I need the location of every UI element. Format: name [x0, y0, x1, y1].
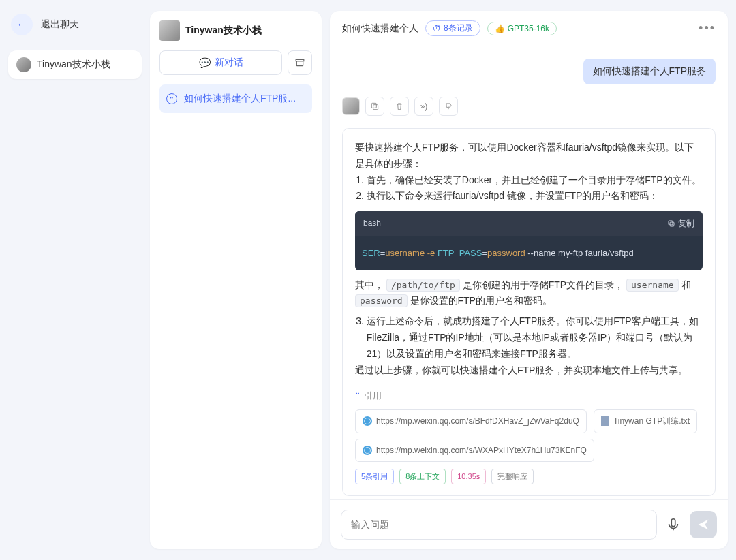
svg-rect-4: [669, 221, 673, 225]
references-label: 引用: [364, 388, 382, 403]
audio-button[interactable]: »): [414, 97, 433, 116]
sound-icon: »): [420, 102, 428, 111]
reference-chip[interactable]: https://mp.weixin.qq.com/s/WXAPxHYteX7h1…: [355, 439, 594, 462]
references-heading: “ 引用: [355, 388, 703, 404]
globe-icon: [363, 446, 372, 455]
exit-chat-row[interactable]: ← 退出聊天: [8, 8, 142, 41]
chat-input[interactable]: [351, 519, 647, 530]
new-chat-row: 💬 新对话: [159, 50, 312, 75]
reference-chip[interactable]: Tinywan GTP训练.txt: [594, 409, 697, 433]
reference-text: https://mp.weixin.qq.com/s/WXAPxHYteX7h1…: [376, 444, 587, 457]
chat-input-bar: [330, 499, 728, 549]
conversation-label: 如何快速搭建个人FTP服...: [184, 93, 296, 105]
code-header: bash 复制: [355, 211, 703, 236]
archive-button[interactable]: [288, 50, 312, 75]
code-copy-button[interactable]: 复制: [667, 217, 694, 230]
answer-meta: 5条引用 8条上下文 10.35s 完整响应: [355, 469, 703, 484]
path-code: /path/to/ftp: [386, 279, 460, 292]
chat-icon: 💬: [199, 57, 211, 68]
chat-title: 如何快速搭建个人: [342, 22, 418, 35]
assistant-avatar: [342, 97, 360, 115]
records-pill[interactable]: ⏱ 8条记录: [425, 20, 480, 36]
back-icon[interactable]: ←: [11, 14, 33, 35]
left-sidebar: ← 退出聊天 Tinywan技术小栈: [0, 0, 150, 560]
answer-steps-cont: 运行上述命令后，就成功搭建了个人FTP服务。你可以使用FTP客户端工具，如Fil…: [355, 313, 703, 362]
reference-chip[interactable]: https://mp.weixin.qq.com/s/BFdfDXHavZ_jZ…: [355, 409, 587, 433]
answer-step-3: 运行上述命令后，就成功搭建了个人FTP服务。你可以使用FTP客户端工具，如Fil…: [367, 313, 703, 362]
globe-icon: [363, 416, 372, 426]
code-body[interactable]: SER=username -e FTP_PASS=password --name…: [355, 236, 703, 270]
meta-status: 完整响应: [491, 469, 534, 484]
code-copy-label: 复制: [678, 217, 694, 230]
delete-button[interactable]: [390, 97, 409, 116]
assistant-message: 要快速搭建个人FTP服务，可以使用Docker容器和fauria/vsftpd镜…: [342, 128, 716, 496]
panel-header: Tinywan技术小栈: [159, 20, 312, 41]
references-row-2: https://mp.weixin.qq.com/s/WXAPxHYteX7h1…: [355, 439, 703, 462]
workspace-item[interactable]: Tinywan技术小栈: [8, 50, 142, 79]
meta-latency: 10.35s: [451, 469, 486, 484]
references-row-1: https://mp.weixin.qq.com/s/BFdfDXHavZ_jZ…: [355, 409, 703, 433]
exit-chat-label: 退出聊天: [41, 18, 79, 31]
svg-rect-2: [371, 103, 376, 108]
svg-rect-3: [670, 222, 674, 226]
reference-text: https://mp.weixin.qq.com/s/BFdfDXHavZ_jZ…: [376, 414, 579, 428]
answer-conclusion: 通过以上步骤，你就可以快速搭建个人FTP服务，并实现本地文件上传与共享。: [355, 362, 703, 379]
svg-rect-1: [373, 105, 378, 110]
svg-rect-0: [296, 61, 303, 66]
chat-bubble-icon: [166, 93, 177, 104]
code-block: bash 复制 SER=username -e FTP_PASS=passwor…: [355, 211, 703, 270]
password-code: password: [355, 294, 408, 307]
quote-icon: “: [355, 388, 360, 404]
answer-step-2: 执行以下命令来运行fauria/vsftpd 镜像，并设置FTP的用户名和密码：: [367, 188, 703, 204]
message-actions: »): [342, 97, 716, 116]
file-icon: [601, 416, 609, 426]
panel-title: Tinywan技术小栈: [185, 25, 262, 37]
panel-avatar: [159, 20, 180, 41]
mic-button[interactable]: [664, 515, 683, 534]
clock-icon: ⏱: [433, 24, 441, 33]
answer-step-1: 首先，确保已经安装了Docker，并且已经创建了一个目录用于存储FTP的文件。: [367, 172, 703, 189]
chat-header: 如何快速搭建个人 ⏱ 8条记录 👍 GPT35-16k •••: [330, 11, 728, 46]
chat-body: 如何快速搭建个人FTP服务 ») 要快速搭建个人FTP服务，可以使用Docker…: [330, 46, 728, 499]
send-button[interactable]: [690, 511, 717, 538]
answer-steps: 首先，确保已经安装了Docker，并且已经创建了一个目录用于存储FTP的文件。 …: [355, 172, 703, 205]
svg-rect-5: [671, 519, 675, 527]
thumbs-up-icon: 👍: [495, 24, 505, 33]
user-message-row: 如何快速搭建个人FTP服务: [342, 59, 716, 84]
answer-para2: 其中， /path/to/ftp 是你创建的用于存储FTP文件的目录， user…: [355, 277, 703, 310]
answer-intro: 要快速搭建个人FTP服务，可以使用Docker容器和fauria/vsftpd镜…: [355, 140, 703, 172]
new-chat-label: 新对话: [215, 57, 243, 69]
copy-button[interactable]: [365, 97, 384, 116]
chat-input-wrap[interactable]: [341, 510, 657, 540]
workspace-avatar: [16, 57, 31, 72]
meta-context: 8条上下文: [399, 469, 446, 484]
reference-text: Tinywan GTP训练.txt: [613, 414, 690, 428]
conversation-item-active[interactable]: 如何快速搭建个人FTP服...: [159, 84, 312, 113]
chat-main: 如何快速搭建个人 ⏱ 8条记录 👍 GPT35-16k ••• 如何快速搭建个人…: [330, 11, 728, 549]
code-lang: bash: [363, 217, 381, 230]
dislike-button[interactable]: [439, 97, 458, 116]
username-code: username: [626, 279, 679, 292]
conversation-panel: Tinywan技术小栈 💬 新对话 如何快速搭建个人FTP服...: [150, 11, 322, 549]
meta-refs: 5条引用: [355, 469, 394, 484]
more-menu-icon[interactable]: •••: [699, 21, 716, 35]
model-pill[interactable]: 👍 GPT35-16k: [487, 22, 557, 35]
user-message-bubble: 如何快速搭建个人FTP服务: [583, 59, 716, 84]
workspace-name: Tinywan技术小栈: [37, 59, 110, 71]
records-pill-label: 8条记录: [444, 22, 473, 34]
model-pill-label: GPT35-16k: [508, 24, 549, 33]
new-chat-button[interactable]: 💬 新对话: [159, 50, 282, 75]
